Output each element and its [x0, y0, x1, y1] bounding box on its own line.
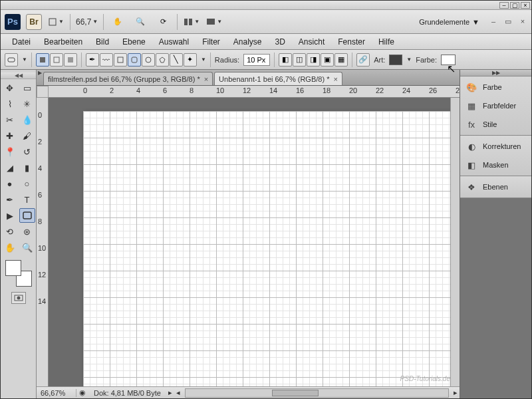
menu-bild[interactable]: Bild	[90, 35, 115, 49]
brush-tool[interactable]: 🖌	[19, 128, 35, 143]
menu-filter[interactable]: Filter	[196, 35, 226, 49]
window-minimize-button[interactable]: –	[499, 2, 509, 9]
freeform-pen-shape[interactable]: 〰	[100, 53, 113, 66]
document-tab[interactable]: filmstreifen.psd bei 66,7% (Gruppe 3, RG…	[43, 72, 213, 85]
menu-ansicht[interactable]: Ansicht	[293, 35, 331, 49]
type-tool[interactable]: T	[19, 192, 35, 207]
tab-close-icon[interactable]: ×	[204, 75, 208, 83]
window-maximize-button[interactable]: ▢	[510, 2, 519, 9]
pen-tool[interactable]: ✒	[2, 192, 18, 207]
status-preview-icon[interactable]: ◉	[76, 388, 88, 397]
horizontal-scrollbar[interactable]	[185, 388, 449, 398]
path-select-tool[interactable]: ▶	[2, 208, 18, 223]
vertical-scrollbar[interactable]	[450, 98, 460, 386]
toolbox-collapse-button[interactable]: ◀◀	[1, 72, 36, 79]
document-tab[interactable]: Unbenannt-1 bei 66,7% (RGB/8) *×	[214, 72, 342, 85]
panel-farbfelder[interactable]: ▦Farbfelder	[460, 96, 531, 115]
horizontal-ruler[interactable]: 0246810121416182022242628	[49, 86, 460, 98]
menu-datei[interactable]: Datei	[6, 35, 37, 49]
radius-input[interactable]	[243, 54, 270, 66]
quick-select-tool[interactable]: ✳	[19, 96, 35, 111]
menu-3d[interactable]: 3D	[269, 35, 291, 49]
quick-mask-button[interactable]	[11, 292, 26, 304]
status-menu-arrow[interactable]: ▸	[166, 388, 174, 397]
menu-analyse[interactable]: Analyse	[227, 35, 268, 49]
rotate-view-button[interactable]: ⟳	[154, 14, 172, 30]
app-restore-button[interactable]: ▭	[503, 17, 513, 27]
bridge-launch-button[interactable]: Br	[26, 14, 42, 30]
polygon-shape[interactable]	[156, 53, 169, 66]
history-brush-tool[interactable]: ↺	[19, 144, 35, 159]
pen-shape[interactable]: ✒	[86, 53, 99, 66]
rounded-rectangle-shape[interactable]	[128, 53, 141, 66]
menu-auswahl[interactable]: Auswahl	[153, 35, 195, 49]
crop-tool[interactable]: ✂	[2, 112, 18, 127]
foreground-color-swatch[interactable]	[5, 260, 21, 276]
custom-shape[interactable]: ✦	[184, 53, 197, 66]
ellipse-shape[interactable]	[142, 53, 155, 66]
hand-tool[interactable]: ✋	[2, 240, 18, 255]
add-to-shape[interactable]: ◫	[293, 53, 306, 66]
move-tool[interactable]: ✥	[2, 80, 18, 95]
link-style-icon[interactable]: 🔗	[356, 53, 370, 66]
eraser-tool[interactable]: ◢	[2, 160, 18, 175]
panel-masken[interactable]: ◧Masken	[460, 156, 531, 174]
3d-rotate-tool[interactable]: ⟲	[2, 224, 18, 239]
zoom-level-dropdown[interactable]: 66,7 ▼	[76, 17, 98, 27]
eyedropper-tool[interactable]: 💧	[19, 112, 35, 127]
app-minimize-button[interactable]: –	[489, 17, 498, 27]
status-docinfo[interactable]: Dok: 4,81 MB/0 Byte	[88, 389, 166, 397]
view-extras-dropdown[interactable]: ▼	[47, 14, 65, 30]
vertical-ruler[interactable]: 02468101214	[37, 98, 49, 386]
app-close-button[interactable]: ×	[518, 17, 527, 27]
menu-ebene[interactable]: Ebene	[116, 35, 152, 49]
zoom-tool[interactable]: 🔍	[19, 240, 35, 255]
gradient-tool[interactable]: ▮	[19, 160, 35, 175]
panel-ebenen[interactable]: ❖Ebenen	[460, 178, 531, 196]
marquee-tool[interactable]: ▭	[19, 80, 35, 95]
style-swatch[interactable]	[389, 55, 402, 65]
clone-stamp-tool[interactable]: 📍	[2, 144, 18, 159]
tab-close-icon[interactable]: ×	[333, 75, 337, 83]
panel-farbe[interactable]: 🎨Farbe	[460, 78, 531, 96]
canvas[interactable]: PSD-Tutorials.de	[49, 98, 460, 386]
color-picker[interactable]	[5, 260, 32, 287]
blur-tool[interactable]: ●	[2, 176, 18, 191]
panel-collapse-left[interactable]: ▶	[37, 70, 43, 85]
hscroll-right-arrow[interactable]: ▸	[452, 388, 460, 397]
exclude-shape[interactable]: ▦	[334, 53, 348, 66]
shape-layers-mode[interactable]	[36, 53, 49, 66]
screen-mode-dropdown[interactable]: ▼	[205, 14, 223, 30]
subtract-from-shape[interactable]: ◨	[307, 53, 320, 66]
document-page[interactable]	[83, 111, 453, 386]
lasso-tool[interactable]: ⌇	[2, 96, 18, 111]
panel-stile[interactable]: fxStile	[460, 115, 531, 134]
tool-preset-picker[interactable]	[5, 53, 18, 66]
menu-bearbeiten[interactable]: Bearbeiten	[38, 35, 88, 49]
dodge-tool[interactable]: ○	[19, 176, 35, 191]
line-shape[interactable]: ╲	[170, 53, 183, 66]
panel-collapse-button[interactable]: ▶▶	[460, 70, 531, 76]
intersect-shape[interactable]: ▣	[321, 53, 334, 66]
new-shape-layer[interactable]: ◧	[279, 53, 292, 66]
fill-color-swatch[interactable]	[441, 55, 456, 65]
scrollbar-thumb[interactable]	[272, 390, 319, 396]
rectangle-shape[interactable]	[114, 53, 127, 66]
3d-orbit-tool[interactable]: ⊛	[19, 224, 35, 239]
workspace-switcher[interactable]: Grundelemente ▼	[415, 17, 483, 27]
zoom-tool-button[interactable]: 🔍	[132, 14, 149, 30]
healing-brush-tool[interactable]: ✚	[2, 128, 18, 143]
panel-korrekturen[interactable]: ◐Korrekturen	[460, 137, 531, 156]
paths-mode[interactable]	[50, 53, 63, 66]
status-zoom[interactable]: 66,67%	[37, 389, 76, 397]
menu-fenster[interactable]: Fenster	[332, 35, 371, 49]
shape-tool[interactable]	[19, 208, 35, 223]
window-close-button[interactable]: ×	[521, 2, 530, 9]
fill-pixels-mode[interactable]	[64, 53, 77, 66]
ruler-origin[interactable]	[37, 86, 49, 98]
menu-hilfe[interactable]: Hilfe	[372, 35, 400, 49]
arrange-documents-dropdown[interactable]: ▼	[183, 14, 200, 30]
svg-rect-3	[207, 19, 215, 25]
hand-tool-button[interactable]: ✋	[109, 14, 126, 30]
hscroll-left-arrow[interactable]: ◂	[174, 388, 182, 397]
